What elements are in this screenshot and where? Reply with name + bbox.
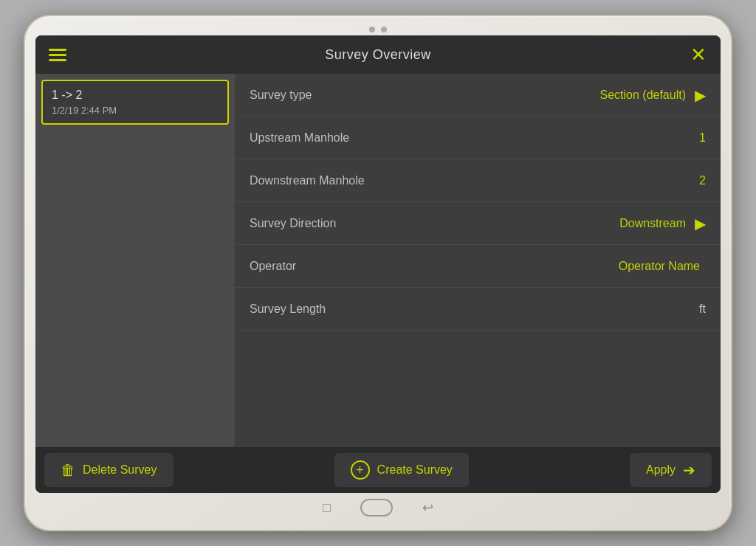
operator-label: Operator (250, 260, 619, 273)
app-header: Survey Overview ✕ (35, 35, 721, 74)
apply-button[interactable]: Apply ➔ (630, 453, 712, 487)
camera-dot-2 (381, 27, 387, 32)
survey-item-title: 1 -> 2 (52, 89, 219, 102)
operator-row[interactable]: Operator Operator Name (235, 245, 721, 288)
plus-icon: + (351, 460, 370, 480)
create-survey-label: Create Survey (377, 463, 453, 477)
tablet-device: Survey Overview ✕ 1 -> 2 1/2/19 2:44 PM … (24, 15, 732, 531)
survey-type-row[interactable]: Survey type Section (default) ▶ (235, 74, 721, 117)
hamburger-icon (49, 49, 66, 61)
downstream-manhole-label: Downstream Manhole (250, 174, 699, 187)
tablet-screen: Survey Overview ✕ 1 -> 2 1/2/19 2:44 PM … (35, 35, 721, 493)
app-footer: 🗑 Delete Survey + Create Survey Apply ➔ (35, 447, 721, 493)
downstream-manhole-value: 2 (699, 174, 706, 187)
tablet-top-bar (369, 27, 387, 32)
survey-direction-row[interactable]: Survey Direction Downstream ▶ (235, 202, 721, 245)
app-body: 1 -> 2 1/2/19 2:44 PM Survey type Sectio… (35, 74, 721, 447)
upstream-manhole-row[interactable]: Upstream Manhole 1 (235, 117, 721, 159)
delete-survey-button[interactable]: 🗑 Delete Survey (44, 453, 173, 487)
survey-type-chevron: ▶ (695, 86, 706, 104)
menu-button[interactable] (35, 35, 80, 74)
trash-icon: 🗑 (61, 462, 75, 479)
survey-length-row[interactable]: Survey Length ft (235, 288, 721, 331)
survey-detail-panel: Survey type Section (default) ▶ Upstream… (235, 74, 721, 447)
downstream-manhole-row[interactable]: Downstream Manhole 2 (235, 159, 721, 202)
upstream-manhole-label: Upstream Manhole (250, 131, 699, 145)
survey-type-label: Survey type (250, 89, 599, 102)
operator-value: Operator Name (619, 260, 700, 273)
survey-item-date: 1/2/19 2:44 PM (52, 105, 219, 116)
close-button[interactable]: ✕ (676, 35, 721, 74)
apply-label: Apply (646, 463, 676, 477)
survey-length-unit: ft (699, 303, 706, 316)
header-title: Survey Overview (80, 47, 676, 63)
upstream-manhole-value: 1 (699, 131, 706, 145)
create-survey-button[interactable]: + Create Survey (334, 453, 469, 487)
delete-survey-label: Delete Survey (83, 463, 157, 477)
tablet-bottom-bar: □ ↩ (323, 493, 433, 519)
survey-list-panel: 1 -> 2 1/2/19 2:44 PM (35, 74, 235, 447)
close-icon: ✕ (690, 45, 707, 64)
back-icon[interactable]: ↩ (422, 500, 433, 516)
recent-apps-icon[interactable]: □ (323, 500, 331, 516)
camera-dot (369, 27, 375, 32)
survey-length-label: Survey Length (250, 303, 699, 316)
survey-direction-label: Survey Direction (250, 217, 619, 230)
survey-direction-value: Downstream (619, 217, 686, 230)
survey-type-value: Section (default) (599, 89, 686, 102)
home-button[interactable] (360, 499, 393, 516)
survey-list-item[interactable]: 1 -> 2 1/2/19 2:44 PM (41, 80, 229, 125)
apply-icon: ➔ (683, 461, 695, 479)
survey-direction-chevron: ▶ (695, 215, 706, 232)
